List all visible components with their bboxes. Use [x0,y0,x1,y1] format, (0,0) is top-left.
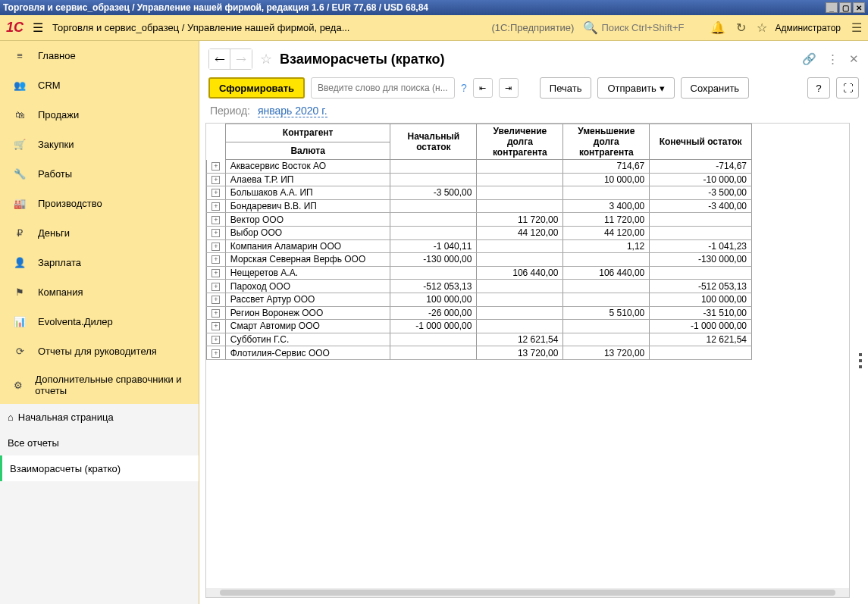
help-small-icon[interactable]: ? [461,82,467,94]
expand-button[interactable]: + [207,333,226,346]
star-favorite-icon[interactable]: ☆ [757,20,767,35]
search-icon[interactable]: 🔍 [583,20,598,35]
cell-dec: 11 720,00 [563,213,650,227]
table-row[interactable]: +Нещеретов А.А.106 440,00106 440,00 [207,266,752,280]
table-row[interactable]: +Вектор ООО11 720,0011 720,00 [207,213,752,227]
window-title-bar: Торговля и сервис_образец / Управление н… [0,0,868,15]
table-row[interactable]: +Флотилия-Сервис ООО13 720,0013 720,00 [207,346,752,360]
cell-dec [563,293,650,306]
expand-button[interactable]: + [207,239,226,253]
sidebar-item-11[interactable]: ⚙Дополнительные справочники и отчеты [0,366,199,404]
sidebar-item-6[interactable]: ₽Деньги [0,218,199,248]
cell-inc: 11 720,00 [477,213,563,227]
expand-button[interactable]: + [207,293,226,306]
table-row[interactable]: +Рассвет Артур ООО100 000,00100 000,00 [207,293,752,306]
table-row[interactable]: +Большаков А.А. ИП-3 500,00-3 500,00 [207,186,752,200]
expand-all-button[interactable]: ⇥ [499,78,519,98]
table-row[interactable]: +Субботин Г.С.12 621,5412 621,54 [207,333,752,346]
table-row[interactable]: +Морская Северная Верфь ООО-130 000,00-1… [207,253,752,267]
table-row[interactable]: +Выбор ООО44 120,0044 120,00 [207,226,752,239]
cell-inc [477,239,563,253]
sidebar-item-5[interactable]: 🏭Производство [0,189,199,218]
lower-item-1[interactable]: Все отчеты [0,430,199,455]
sidebar: ≡Главное👥CRM🛍Продажи🛒Закупки🔧Работы🏭Прои… [0,41,199,604]
window-maximize-button[interactable]: ▢ [839,2,851,13]
tools-menu-icon[interactable]: ☰ [851,20,862,35]
expand-button[interactable]: + [207,306,226,320]
print-button[interactable]: Печать [540,77,592,99]
sidebar-item-0[interactable]: ≡Главное [0,41,199,70]
lower-item-0[interactable]: ⌂Начальная страница [0,404,199,430]
cell-name: Выбор ООО [225,226,390,239]
lower-label: Начальная страница [18,412,114,423]
global-search-input[interactable] [601,22,700,33]
expand-button[interactable]: + [207,173,226,186]
window-minimize-button[interactable]: _ [826,2,838,13]
report-search-input[interactable] [311,77,455,99]
horizontal-scrollbar[interactable] [206,588,849,597]
expand-button[interactable]: + [207,186,226,200]
expand-button[interactable]: + [207,266,226,280]
generate-button[interactable]: Сформировать [208,77,305,99]
col-decrease: Уменьшение долга контрагента [563,124,650,160]
nav-label: Компания [38,286,83,298]
period-value[interactable]: январь 2020 г. [258,105,327,117]
expand-button[interactable]: + [207,346,226,360]
cell-close: -1 041,23 [650,239,752,253]
fullscreen-button[interactable]: ⛶ [836,77,859,99]
cell-open: -1 040,11 [390,239,477,253]
table-row[interactable]: +Смарт Автомир ООО-1 000 000,00-1 000 00… [207,320,752,333]
side-panel-toggle[interactable] [853,120,865,601]
close-tab-icon[interactable]: ✕ [849,52,859,66]
sidebar-item-9[interactable]: 📊Evolventa.Дилер [0,307,199,336]
cell-name: Рассвет Артур ООО [225,293,390,306]
table-row[interactable]: +Пароход ООО-512 053,13-512 053,13 [207,280,752,293]
window-close-button[interactable]: ✕ [853,2,865,13]
cell-inc [477,160,563,174]
table-row[interactable]: +Регион Воронеж ООО-26 000,005 510,00-31… [207,306,752,320]
logo-1c: 1C [6,20,24,36]
sidebar-item-10[interactable]: ⟳Отчеты для руководителя [0,336,199,366]
table-row[interactable]: +Компания Аламарин ООО-1 040,111,12-1 04… [207,239,752,253]
expand-button[interactable]: + [207,199,226,213]
nav-label: Отчеты для руководителя [38,346,157,357]
expand-button[interactable]: + [207,226,226,239]
more-vertical-icon[interactable]: ⋮ [827,52,838,66]
user-label[interactable]: Администратор [775,23,841,33]
sidebar-item-1[interactable]: 👥CRM [0,70,199,100]
expand-button[interactable]: + [207,280,226,293]
sidebar-item-2[interactable]: 🛍Продажи [0,100,199,130]
table-row[interactable]: +Бондаревич В.В. ИП3 400,00-3 400,00 [207,199,752,213]
sidebar-item-4[interactable]: 🔧Работы [0,159,199,189]
bell-icon[interactable]: 🔔 [710,20,725,35]
collapse-all-button[interactable]: ⇤ [473,78,493,98]
nav-icon: 🛒 [11,139,29,150]
cell-dec: 5 510,00 [563,306,650,320]
expand-button[interactable]: + [207,213,226,227]
table-row[interactable]: +Аквасервис Восток АО714,67-714,67 [207,160,752,174]
cell-dec [563,280,650,293]
cell-inc [477,173,563,186]
favorite-star-icon[interactable]: ☆ [260,51,272,67]
table-row[interactable]: +Алаева Т.Р. ИП10 000,00-10 000,00 [207,173,752,186]
cell-inc [477,320,563,333]
nav-icon: ⟳ [11,346,29,357]
sidebar-item-3[interactable]: 🛒Закупки [0,130,199,159]
nav-back-button[interactable]: 🡐 [209,49,230,69]
save-button[interactable]: Сохранить [681,77,750,99]
expand-button[interactable]: + [207,160,226,174]
cell-open: 100 000,00 [390,293,477,306]
lower-item-2[interactable]: Взаиморасчеты (кратко) [0,455,199,481]
history-icon[interactable]: ↻ [736,20,746,35]
help-button[interactable]: ? [807,77,830,99]
link-icon[interactable]: 🔗 [802,52,816,66]
nav-icon: 📊 [11,316,29,327]
send-button[interactable]: Отправить ▾ [597,77,674,99]
sidebar-item-8[interactable]: ⚑Компания [0,277,199,307]
expand-button[interactable]: + [207,253,226,267]
expand-button[interactable]: + [207,320,226,333]
cell-close [650,213,752,227]
sidebar-item-7[interactable]: 👤Зарплата [0,248,199,277]
menu-icon[interactable]: ☰ [33,20,43,35]
nav-forward-button[interactable]: 🡒 [230,49,252,69]
